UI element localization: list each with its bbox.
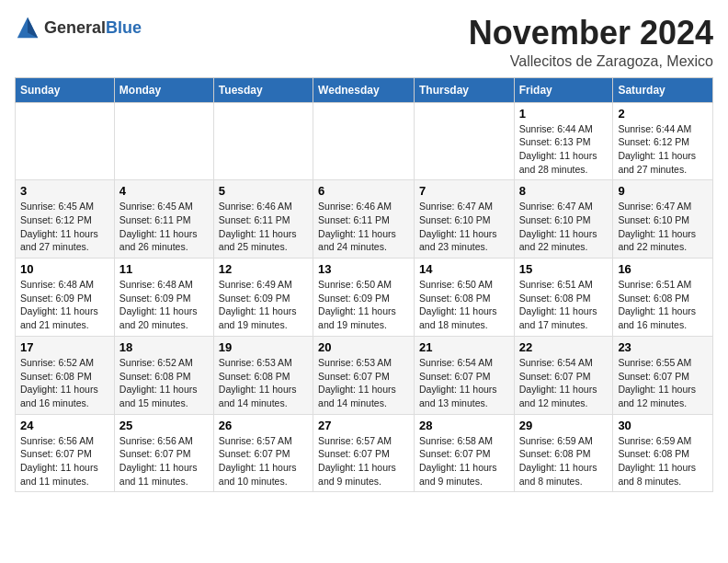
calendar-cell: 8 Sunrise: 6:47 AMSunset: 6:10 PMDayligh… [514, 180, 613, 259]
day-number: 10 [20, 262, 109, 276]
day-number: 27 [318, 419, 409, 432]
calendar-cell: 22 Sunrise: 6:54 AMSunset: 6:07 PMDaylig… [514, 336, 613, 414]
calendar-cell: 5 Sunrise: 6:46 AMSunset: 6:11 PMDayligh… [213, 180, 313, 259]
calendar-cell: 24 Sunrise: 6:56 AMSunset: 6:07 PMDaylig… [16, 414, 115, 492]
day-info: Sunrise: 6:44 AMSunset: 6:12 PMDaylight:… [618, 123, 696, 175]
calendar-cell: 4 Sunrise: 6:45 AMSunset: 6:11 PMDayligh… [114, 180, 213, 259]
day-info: Sunrise: 6:47 AMSunset: 6:10 PMDaylight:… [618, 201, 696, 252]
day-number: 26 [219, 419, 308, 432]
calendar-cell: 10 Sunrise: 6:48 AMSunset: 6:09 PMDaylig… [16, 259, 115, 337]
calendar-cell: 21 Sunrise: 6:54 AMSunset: 6:07 PMDaylig… [414, 336, 514, 414]
calendar-table: Sunday Monday Tuesday Wednesday Thursday… [15, 77, 713, 493]
day-number: 2 [618, 107, 708, 121]
day-number: 9 [618, 184, 708, 198]
calendar-cell [16, 102, 115, 180]
day-number: 21 [419, 340, 509, 354]
calendar-week-row: 3 Sunrise: 6:45 AMSunset: 6:12 PMDayligh… [16, 180, 713, 259]
day-info: Sunrise: 6:48 AMSunset: 6:09 PMDaylight:… [119, 279, 198, 330]
day-info: Sunrise: 6:48 AMSunset: 6:09 PMDaylight:… [20, 279, 98, 330]
day-number: 24 [20, 419, 109, 432]
day-number: 5 [219, 184, 308, 198]
calendar-cell: 27 Sunrise: 6:57 AMSunset: 6:07 PMDaylig… [313, 414, 415, 492]
day-number: 15 [519, 262, 609, 276]
logo-text-blue: Blue [106, 18, 142, 37]
calendar-cell: 14 Sunrise: 6:50 AMSunset: 6:08 PMDaylig… [414, 259, 514, 337]
calendar-cell: 11 Sunrise: 6:48 AMSunset: 6:09 PMDaylig… [114, 259, 213, 337]
calendar-cell: 3 Sunrise: 6:45 AMSunset: 6:12 PMDayligh… [16, 180, 115, 259]
day-info: Sunrise: 6:49 AMSunset: 6:09 PMDaylight:… [219, 279, 297, 330]
calendar-cell: 9 Sunrise: 6:47 AMSunset: 6:10 PMDayligh… [613, 180, 713, 259]
calendar-cell: 12 Sunrise: 6:49 AMSunset: 6:09 PMDaylig… [213, 259, 313, 337]
calendar-cell: 1 Sunrise: 6:44 AMSunset: 6:13 PMDayligh… [514, 102, 613, 180]
day-info: Sunrise: 6:57 AMSunset: 6:07 PMDaylight:… [219, 435, 297, 487]
day-info: Sunrise: 6:50 AMSunset: 6:08 PMDaylight:… [419, 279, 497, 330]
day-info: Sunrise: 6:56 AMSunset: 6:07 PMDaylight:… [119, 435, 198, 487]
day-number: 4 [119, 184, 209, 198]
header-wednesday: Wednesday [313, 77, 415, 102]
calendar-cell: 28 Sunrise: 6:58 AMSunset: 6:07 PMDaylig… [414, 414, 514, 492]
calendar-cell [313, 102, 415, 180]
day-number: 18 [119, 340, 209, 354]
day-info: Sunrise: 6:45 AMSunset: 6:11 PMDaylight:… [119, 201, 198, 252]
calendar-cell: 25 Sunrise: 6:56 AMSunset: 6:07 PMDaylig… [114, 414, 213, 492]
location-title: Vallecitos de Zaragoza, Mexico [469, 53, 713, 70]
calendar-cell: 23 Sunrise: 6:55 AMSunset: 6:07 PMDaylig… [613, 336, 713, 414]
day-number: 13 [318, 262, 409, 276]
day-info: Sunrise: 6:59 AMSunset: 6:08 PMDaylight:… [618, 435, 696, 487]
day-info: Sunrise: 6:53 AMSunset: 6:07 PMDaylight:… [318, 357, 396, 408]
calendar-week-row: 1 Sunrise: 6:44 AMSunset: 6:13 PMDayligh… [16, 102, 713, 180]
calendar-cell: 19 Sunrise: 6:53 AMSunset: 6:08 PMDaylig… [213, 336, 313, 414]
day-number: 16 [618, 262, 708, 276]
day-number: 7 [419, 184, 509, 198]
header-tuesday: Tuesday [213, 77, 313, 102]
calendar-week-row: 10 Sunrise: 6:48 AMSunset: 6:09 PMDaylig… [16, 259, 713, 337]
day-info: Sunrise: 6:46 AMSunset: 6:11 PMDaylight:… [219, 201, 297, 252]
logo-icon [15, 15, 40, 40]
day-info: Sunrise: 6:47 AMSunset: 6:10 PMDaylight:… [519, 201, 597, 252]
day-info: Sunrise: 6:58 AMSunset: 6:07 PMDaylight:… [419, 435, 497, 487]
day-number: 22 [519, 340, 609, 354]
day-info: Sunrise: 6:47 AMSunset: 6:10 PMDaylight:… [419, 201, 497, 252]
day-info: Sunrise: 6:54 AMSunset: 6:07 PMDaylight:… [519, 357, 597, 408]
calendar-cell: 6 Sunrise: 6:46 AMSunset: 6:11 PMDayligh… [313, 180, 415, 259]
day-number: 11 [119, 262, 209, 276]
day-info: Sunrise: 6:51 AMSunset: 6:08 PMDaylight:… [519, 279, 597, 330]
calendar-week-row: 24 Sunrise: 6:56 AMSunset: 6:07 PMDaylig… [16, 414, 713, 492]
calendar-cell: 26 Sunrise: 6:57 AMSunset: 6:07 PMDaylig… [213, 414, 313, 492]
day-info: Sunrise: 6:56 AMSunset: 6:07 PMDaylight:… [20, 435, 98, 487]
month-title: November 2024 [469, 15, 713, 52]
day-info: Sunrise: 6:45 AMSunset: 6:12 PMDaylight:… [20, 201, 98, 252]
logo: GeneralBlue [15, 15, 142, 40]
header-saturday: Saturday [613, 77, 713, 102]
day-number: 25 [119, 419, 209, 432]
day-number: 6 [318, 184, 409, 198]
day-info: Sunrise: 6:55 AMSunset: 6:07 PMDaylight:… [618, 357, 696, 408]
day-number: 28 [419, 419, 509, 432]
calendar-cell: 13 Sunrise: 6:50 AMSunset: 6:09 PMDaylig… [313, 259, 415, 337]
day-info: Sunrise: 6:50 AMSunset: 6:09 PMDaylight:… [318, 279, 396, 330]
day-number: 30 [618, 419, 708, 432]
calendar-cell [414, 102, 514, 180]
calendar-cell: 15 Sunrise: 6:51 AMSunset: 6:08 PMDaylig… [514, 259, 613, 337]
day-info: Sunrise: 6:46 AMSunset: 6:11 PMDaylight:… [318, 201, 396, 252]
day-info: Sunrise: 6:51 AMSunset: 6:08 PMDaylight:… [618, 279, 696, 330]
calendar-cell: 16 Sunrise: 6:51 AMSunset: 6:08 PMDaylig… [613, 259, 713, 337]
header-sunday: Sunday [16, 77, 115, 102]
logo-text-general: General [44, 18, 106, 37]
day-number: 12 [219, 262, 308, 276]
day-info: Sunrise: 6:53 AMSunset: 6:08 PMDaylight:… [219, 357, 297, 408]
day-number: 1 [519, 107, 609, 121]
day-number: 29 [519, 419, 609, 432]
title-area: November 2024 Vallecitos de Zaragoza, Me… [469, 15, 713, 70]
day-number: 3 [20, 184, 109, 198]
day-info: Sunrise: 6:52 AMSunset: 6:08 PMDaylight:… [119, 357, 198, 408]
day-number: 17 [20, 340, 109, 354]
day-info: Sunrise: 6:54 AMSunset: 6:07 PMDaylight:… [419, 357, 497, 408]
day-number: 20 [318, 340, 409, 354]
day-info: Sunrise: 6:52 AMSunset: 6:08 PMDaylight:… [20, 357, 98, 408]
day-info: Sunrise: 6:57 AMSunset: 6:07 PMDaylight:… [318, 435, 396, 487]
day-number: 14 [419, 262, 509, 276]
weekday-header-row: Sunday Monday Tuesday Wednesday Thursday… [16, 77, 713, 102]
calendar-week-row: 17 Sunrise: 6:52 AMSunset: 6:08 PMDaylig… [16, 336, 713, 414]
header-friday: Friday [514, 77, 613, 102]
